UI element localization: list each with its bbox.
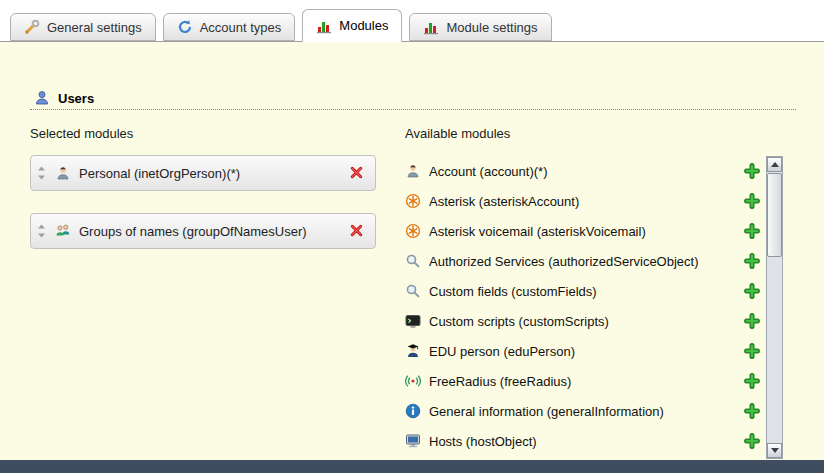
chart-icon: [316, 18, 332, 34]
magnifier-icon: [405, 253, 421, 269]
available-modules-list: Account (account)(*)Asterisk (asteriskAc…: [405, 156, 760, 456]
arrow-down-icon: [771, 448, 779, 453]
terminal-icon: [405, 313, 421, 329]
chart-icon: [423, 19, 439, 35]
available-module-label: Asterisk voicemail (asteriskVoicemail): [429, 224, 736, 239]
add-module-button[interactable]: [744, 433, 760, 449]
available-modules-heading: Available modules: [405, 126, 510, 141]
add-module-button[interactable]: [744, 253, 760, 269]
section-divider: [30, 109, 796, 110]
content-area: Users Selected modules Available modules…: [0, 41, 824, 460]
tab-label: Account types: [200, 20, 282, 35]
available-module-row: EDU person (eduPerson): [405, 336, 760, 366]
scrollbar-down-button[interactable]: [767, 443, 782, 458]
edu-person-icon: [405, 343, 421, 359]
tab-label: Modules: [339, 18, 388, 33]
lam-configuration-window: General settingsAccount typesModulesModu…: [0, 0, 824, 473]
radius-icon: [405, 373, 421, 389]
scrollbar[interactable]: [766, 156, 783, 459]
footer-bar: [0, 460, 824, 473]
add-module-button[interactable]: [744, 283, 760, 299]
selected-modules-list: Personal (inetOrgPerson)(*)Groups of nam…: [30, 155, 376, 249]
available-module-label: General information (generalInformation): [429, 404, 736, 419]
available-module-label: Authorized Services (authorizedServiceOb…: [429, 254, 736, 269]
person-icon: [55, 165, 71, 181]
available-module-label: Custom scripts (customScripts): [429, 314, 736, 329]
selected-module-row: Personal (inetOrgPerson)(*): [30, 155, 376, 191]
section-users-heading: Users: [34, 90, 94, 106]
asterisk-icon: [405, 223, 421, 239]
tab-account-types[interactable]: Account types: [163, 13, 296, 41]
available-module-row: Authorized Services (authorizedServiceOb…: [405, 246, 760, 276]
available-module-row: FreeRadius (freeRadius): [405, 366, 760, 396]
add-module-button[interactable]: [744, 163, 760, 179]
remove-module-button[interactable]: [349, 165, 365, 181]
drag-handle-icon[interactable]: [37, 224, 47, 238]
available-module-row: Asterisk (asteriskAccount): [405, 186, 760, 216]
info-icon: [405, 403, 421, 419]
selected-modules-heading: Selected modules: [30, 126, 133, 141]
available-module-label: Account (account)(*): [429, 164, 736, 179]
available-module-label: Asterisk (asteriskAccount): [429, 194, 736, 209]
add-module-button[interactable]: [744, 193, 760, 209]
available-module-row: Account (account)(*): [405, 156, 760, 186]
tab-module-settings[interactable]: Module settings: [409, 13, 551, 41]
magnifier-icon: [405, 283, 421, 299]
available-module-row: Hosts (hostObject): [405, 426, 760, 456]
available-module-label: Hosts (hostObject): [429, 434, 736, 449]
arrow-up-icon: [771, 162, 779, 167]
available-module-row: General information (generalInformation): [405, 396, 760, 426]
computer-icon: [405, 433, 421, 449]
tab-bar: General settingsAccount typesModulesModu…: [10, 9, 552, 41]
refresh-icon: [177, 19, 193, 35]
add-module-button[interactable]: [744, 403, 760, 419]
available-module-label: EDU person (eduPerson): [429, 344, 736, 359]
add-module-button[interactable]: [744, 373, 760, 389]
selected-module-row: Groups of names (groupOfNamesUser): [30, 213, 376, 249]
add-module-button[interactable]: [744, 343, 760, 359]
available-module-label: FreeRadius (freeRadius): [429, 374, 736, 389]
available-module-row: Custom fields (customFields): [405, 276, 760, 306]
tab-general-settings[interactable]: General settings: [10, 13, 156, 41]
wrench-icon: [24, 19, 40, 35]
selected-module-label: Groups of names (groupOfNamesUser): [79, 224, 341, 239]
scrollbar-thumb[interactable]: [767, 173, 782, 257]
available-module-row: Custom scripts (customScripts): [405, 306, 760, 336]
group-icon: [55, 223, 71, 239]
selected-module-label: Personal (inetOrgPerson)(*): [79, 166, 341, 181]
add-module-button[interactable]: [744, 223, 760, 239]
tab-label: Module settings: [446, 20, 537, 35]
available-module-label: Custom fields (customFields): [429, 284, 736, 299]
asterisk-icon: [405, 193, 421, 209]
drag-handle-icon[interactable]: [37, 166, 47, 180]
available-module-row: Asterisk voicemail (asteriskVoicemail): [405, 216, 760, 246]
person-icon: [405, 163, 421, 179]
remove-module-button[interactable]: [349, 223, 365, 239]
scrollbar-up-button[interactable]: [767, 157, 782, 172]
section-title: Users: [58, 91, 94, 106]
tab-label: General settings: [47, 20, 142, 35]
add-module-button[interactable]: [744, 313, 760, 329]
user-icon: [34, 90, 50, 106]
tab-modules[interactable]: Modules: [302, 9, 402, 42]
